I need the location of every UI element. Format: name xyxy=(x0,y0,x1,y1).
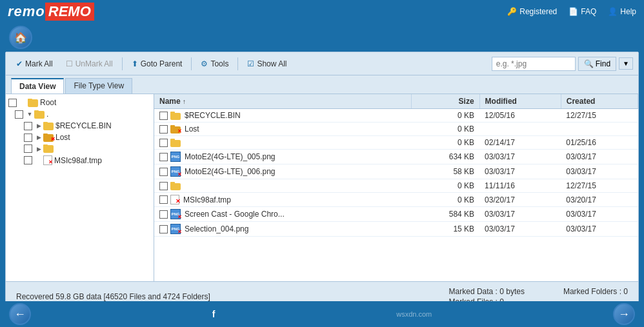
expand-recycle[interactable]: ▶ xyxy=(34,123,43,129)
tree-checkbox-lost[interactable] xyxy=(24,134,32,142)
table-row[interactable]: ✕Lost0 KB xyxy=(154,123,638,136)
col-created[interactable]: Created xyxy=(561,94,638,109)
expand-lost[interactable]: ▶ xyxy=(34,134,43,141)
table-row[interactable]: ✕MSIc98af.tmp0 KB03/20/1703/20/17 xyxy=(154,193,638,207)
search-input[interactable] xyxy=(492,57,576,71)
col-modified[interactable]: Modified xyxy=(479,94,561,109)
toolbar: ✔ Mark All ☐ UnMark All ⬆ Goto Parent ⚙ … xyxy=(6,52,638,75)
marked-data-label: Marked Data : 0 bytes xyxy=(449,287,525,296)
tree-checkbox-msi[interactable] xyxy=(24,156,32,164)
tools-icon: ⚙ xyxy=(201,59,208,68)
tools-label: Tools xyxy=(210,59,228,68)
file-modified: 03/03/17 xyxy=(479,164,561,179)
tree-item-lost[interactable]: ▶ ✕ Lost xyxy=(6,132,154,143)
col-size[interactable]: Size xyxy=(412,94,479,109)
table-row[interactable]: PNG✕MotoE2(4G-LTE)_006.png58 KB03/03/170… xyxy=(154,164,638,179)
table-row[interactable]: PNG✕Selection_004.png15 KB03/03/1703/03/… xyxy=(154,222,638,237)
table-row[interactable]: 0 KB02/14/1701/25/16 xyxy=(154,136,638,150)
tree-item-recycle[interactable]: ▶ $RECYCLE.BIN xyxy=(6,120,154,132)
file-name-label: MSIc98af.tmp xyxy=(183,195,231,204)
file-checkbox[interactable] xyxy=(159,225,168,233)
unmark-all-button[interactable]: ☐ UnMark All xyxy=(61,57,118,70)
toolbar-divider-2 xyxy=(191,57,192,70)
tree-checkbox-dot[interactable] xyxy=(15,110,23,119)
file-checkbox[interactable] xyxy=(159,210,168,219)
file-row-name-cell: PNG✕Selection_004.png xyxy=(159,224,407,234)
toolbar-divider-1 xyxy=(122,57,123,70)
help-item[interactable]: 👤 Help xyxy=(608,7,636,16)
table-row[interactable]: $RECYCLE.BIN0 KB12/05/1612/27/15 xyxy=(154,109,638,123)
main-content: ✔ Mark All ☐ UnMark All ⬆ Goto Parent ⚙ … xyxy=(5,52,639,312)
back-button[interactable]: ← xyxy=(9,303,31,325)
tree-item-msi[interactable]: ✕ MSIc98af.tmp xyxy=(6,154,154,166)
file-checkbox[interactable] xyxy=(159,153,168,161)
file-modified: 03/03/17 xyxy=(479,207,561,222)
tree-item-root[interactable]: Root xyxy=(6,97,154,108)
tree-checkbox-root[interactable] xyxy=(8,99,17,107)
expand-dot[interactable]: ▼ xyxy=(25,111,34,117)
file-modified xyxy=(479,123,561,136)
tree-checkbox-recycle[interactable] xyxy=(24,122,32,130)
faq-item[interactable]: 📄 FAQ xyxy=(569,7,596,16)
search-area: 🔍 Find ▼ xyxy=(492,57,633,71)
folder-icon-empty xyxy=(43,144,54,153)
goto-parent-button[interactable]: ⬆ Goto Parent xyxy=(126,57,188,70)
col-modified-label: Modified xyxy=(485,97,517,106)
file-checkbox[interactable] xyxy=(159,139,168,147)
goto-parent-label: Goto Parent xyxy=(141,59,183,68)
help-label: Help xyxy=(620,7,636,16)
tab-file-type-view[interactable]: File Type View xyxy=(65,78,132,94)
key-icon: 🔑 xyxy=(507,7,517,16)
folder-icon xyxy=(170,182,181,190)
tree-item-empty[interactable]: ▶ xyxy=(6,143,154,154)
file-modified: 11/11/16 xyxy=(479,179,561,193)
registered-item[interactable]: 🔑 Registered xyxy=(507,7,557,16)
tab-data-view[interactable]: Data View xyxy=(11,78,64,94)
file-size: 0 KB xyxy=(412,109,479,123)
dropdown-arrow-button[interactable]: ▼ xyxy=(619,57,633,70)
table-row[interactable]: PNG✕Screen Cast - Google Chro...584 KB03… xyxy=(154,207,638,222)
home-button[interactable]: 🏠 xyxy=(9,26,32,49)
show-all-button[interactable]: ☑ Show All xyxy=(242,57,292,70)
file-checkbox[interactable] xyxy=(159,168,168,176)
mark-all-label: Mark All xyxy=(25,59,53,68)
file-created: 03/03/17 xyxy=(561,222,638,237)
tab-bar: Data View File Type View xyxy=(6,75,638,94)
watermark: wsxdn.com xyxy=(396,310,432,318)
expand-empty[interactable]: ▶ xyxy=(34,146,43,152)
find-button[interactable]: 🔍 Find xyxy=(578,57,616,71)
table-row[interactable]: 0 KB11/11/1612/27/15 xyxy=(154,179,638,193)
file-checkbox[interactable] xyxy=(159,112,168,120)
file-size: 0 KB xyxy=(412,136,479,150)
file-row-name-cell: PNG✕MotoE2(4G-LTE)_006.png xyxy=(159,166,407,177)
file-size: 0 KB xyxy=(412,193,479,207)
file-name-label: MotoE2(4G-LTE)_005.png xyxy=(185,152,276,161)
tree-checkbox-empty[interactable] xyxy=(24,144,32,153)
table-row[interactable]: PNGMotoE2(4G-LTE)_005.png634 KB03/03/170… xyxy=(154,150,638,164)
file-name-label: MotoE2(4G-LTE)_006.png xyxy=(185,167,276,176)
file-modified: 03/03/17 xyxy=(479,222,561,237)
file-size: 0 KB xyxy=(412,179,479,193)
file-row-name-cell: PNG✕Screen Cast - Google Chro... xyxy=(159,209,407,219)
tree-label-recycle: $RECYCLE.BIN xyxy=(55,121,112,130)
file-checkbox[interactable] xyxy=(159,195,168,204)
col-name[interactable]: Name ↑ xyxy=(154,94,412,109)
file-size: 584 KB xyxy=(412,207,479,222)
tree-panel: Root ▼ . ▶ $RECYCLE.BIN xyxy=(6,94,154,281)
tree-label-root: Root xyxy=(40,98,56,107)
file-size: 0 KB xyxy=(412,123,479,136)
tree-item-dot[interactable]: ▼ . xyxy=(6,108,154,120)
file-created: 03/03/17 xyxy=(561,207,638,222)
mark-all-button[interactable]: ✔ Mark All xyxy=(11,57,58,70)
forward-button[interactable]: → xyxy=(613,303,635,325)
png-red-icon: PNG✕ xyxy=(170,166,181,177)
tab-data-view-label: Data View xyxy=(19,82,55,91)
facebook-link[interactable]: f xyxy=(212,309,216,319)
file-name-label: $RECYCLE.BIN xyxy=(185,111,241,120)
tools-button[interactable]: ⚙ Tools xyxy=(196,57,234,70)
file-checkbox[interactable] xyxy=(159,125,168,134)
file-created xyxy=(561,123,638,136)
file-checkbox[interactable] xyxy=(159,182,168,190)
show-all-label: Show All xyxy=(257,59,287,68)
up-arrow-icon: ⬆ xyxy=(132,59,138,68)
